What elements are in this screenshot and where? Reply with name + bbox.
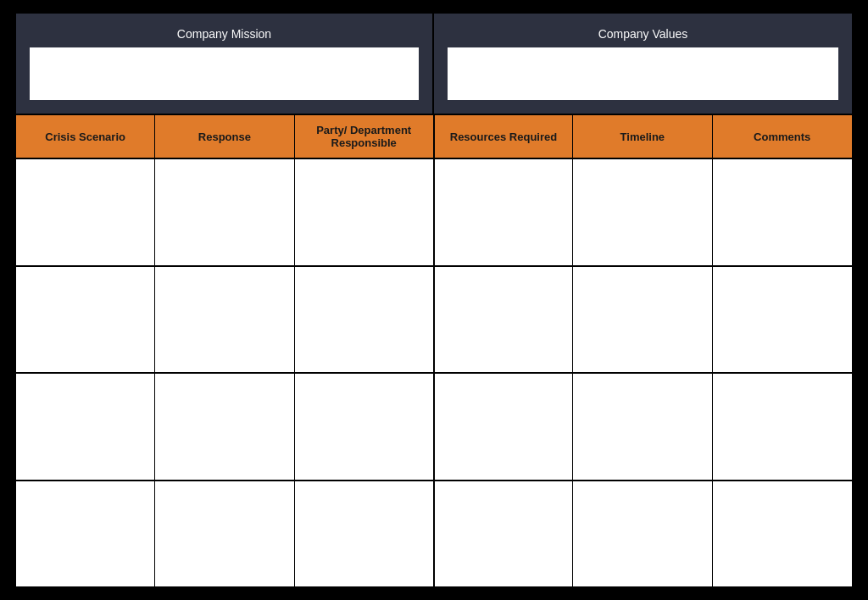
cell-resources-4[interactable] — [434, 481, 573, 587]
cell-timeline-2[interactable] — [573, 267, 712, 373]
cell-response-2[interactable] — [155, 267, 294, 373]
cell-resources-3[interactable] — [434, 374, 573, 480]
cell-timeline-4[interactable] — [573, 481, 712, 587]
company-mission-content[interactable] — [30, 47, 419, 100]
table-body — [16, 159, 852, 586]
col-header-timeline: Timeline — [573, 115, 712, 158]
cell-crisis-1[interactable] — [16, 159, 155, 265]
cell-resources-1[interactable] — [434, 159, 573, 265]
cell-response-4[interactable] — [155, 481, 294, 587]
company-values-title: Company Values — [441, 20, 845, 47]
cell-resources-2[interactable] — [434, 267, 573, 373]
table-row — [16, 267, 852, 375]
table-section: Crisis Scenario Response Party/ Departme… — [16, 115, 852, 586]
cell-comments-1[interactable] — [713, 159, 852, 265]
table-row — [16, 481, 852, 587]
cell-crisis-3[interactable] — [16, 374, 155, 480]
col-header-response: Response — [155, 115, 294, 158]
cell-comments-4[interactable] — [713, 481, 852, 587]
cell-crisis-2[interactable] — [16, 267, 155, 373]
col-header-crisis: Crisis Scenario — [16, 115, 155, 158]
cell-party-3[interactable] — [295, 374, 434, 480]
cell-party-1[interactable] — [295, 159, 434, 265]
cell-response-3[interactable] — [155, 374, 294, 480]
cell-crisis-4[interactable] — [16, 481, 155, 587]
company-values-section: Company Values — [434, 14, 852, 114]
cell-comments-3[interactable] — [713, 374, 852, 480]
cell-response-1[interactable] — [155, 159, 294, 265]
cell-party-2[interactable] — [295, 267, 434, 373]
company-mission-section: Company Mission — [16, 14, 434, 114]
table-header-row: Crisis Scenario Response Party/ Departme… — [16, 115, 852, 159]
company-values-content[interactable] — [448, 47, 838, 100]
cell-timeline-3[interactable] — [573, 374, 712, 480]
cell-timeline-1[interactable] — [573, 159, 712, 265]
cell-comments-2[interactable] — [713, 267, 852, 373]
page-container: Company Mission Company Values Crisis Sc… — [14, 12, 854, 588]
table-row — [16, 159, 852, 267]
col-header-comments: Comments — [713, 115, 852, 158]
top-header: Company Mission Company Values — [16, 14, 852, 115]
cell-party-4[interactable] — [295, 481, 434, 587]
col-header-party: Party/ Department Responsible — [295, 115, 434, 158]
col-header-resources: Resources Required — [434, 115, 573, 158]
company-mission-title: Company Mission — [23, 20, 426, 47]
table-row — [16, 374, 852, 481]
